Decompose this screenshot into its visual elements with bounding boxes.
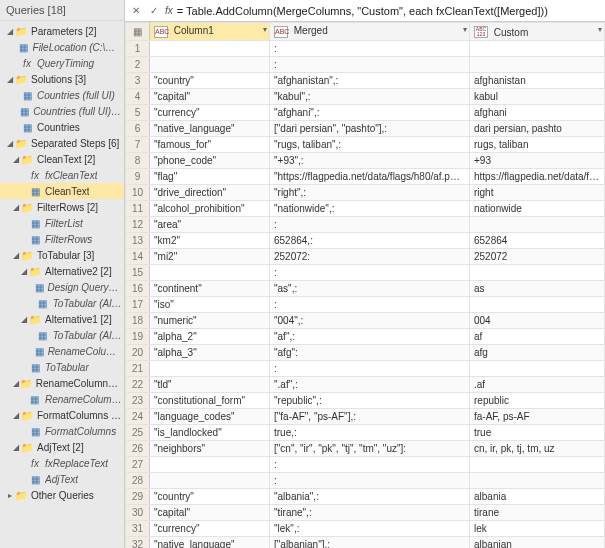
cell[interactable] [470,297,605,313]
table-row[interactable]: 12"area": [126,217,605,233]
cell[interactable]: ["cn", "ir", "pk", "tj", "tm", "uz"]: [270,441,470,457]
cell[interactable]: "currency" [150,521,270,537]
cell[interactable]: "area" [150,217,270,233]
cell[interactable]: 652864 [470,233,605,249]
cell[interactable]: "tirane",: [270,505,470,521]
cell[interactable]: "right",: [270,185,470,201]
row-number[interactable]: 22 [126,377,150,393]
table-row[interactable]: 21: [126,361,605,377]
expand-icon[interactable]: ◢ [20,315,28,324]
row-number[interactable]: 5 [126,105,150,121]
row-number[interactable]: 7 [126,137,150,153]
cell[interactable]: ["albanian"],: [270,537,470,549]
dropdown-icon[interactable]: ▾ [263,25,267,34]
cancel-icon[interactable]: ✕ [129,4,143,18]
cell[interactable]: "afghanistan",: [270,73,470,89]
cell[interactable]: afg [470,345,605,361]
expand-icon[interactable]: ▸ [6,491,14,500]
expand-icon[interactable]: ◢ [6,139,14,148]
expand-icon[interactable]: ◢ [12,251,20,260]
cell[interactable]: "af",: [270,329,470,345]
table-row[interactable]: 19"alpha_2""af",:af [126,329,605,345]
query-node[interactable]: ▦Countries (full UI) with... [0,103,124,119]
cell[interactable]: ["dari persian", "pashto"],: [270,121,470,137]
row-number[interactable]: 32 [126,537,150,549]
row-number[interactable]: 2 [126,57,150,73]
cell[interactable]: "lek",: [270,521,470,537]
cell[interactable] [150,473,270,489]
table-row[interactable]: 15: [126,265,605,281]
expand-icon[interactable]: ◢ [12,443,20,452]
table-row[interactable]: 7"famous_for""rugs, taliban",:rugs, tali… [126,137,605,153]
row-number[interactable]: 20 [126,345,150,361]
dropdown-icon[interactable]: ▾ [598,25,602,34]
row-number[interactable]: 19 [126,329,150,345]
cell[interactable]: nationwide [470,201,605,217]
row-number[interactable]: 16 [126,281,150,297]
cell[interactable]: "republic",: [270,393,470,409]
fx-node[interactable]: fxQueryTiming [0,55,124,71]
table-row[interactable]: 10"drive_direction""right",:right [126,185,605,201]
cell[interactable]: "albania",: [270,489,470,505]
cell[interactable]: "nationwide",: [270,201,470,217]
cell[interactable]: albanian [470,537,605,549]
fx-node[interactable]: fxfxCleanText [0,167,124,183]
table-row[interactable]: 17"iso": [126,297,605,313]
cell[interactable]: dari persian, pashto [470,121,605,137]
cell[interactable]: "kabul",: [270,89,470,105]
row-number[interactable]: 18 [126,313,150,329]
cell[interactable]: https://flagpedia.net/data/flags/h80/af.… [470,169,605,185]
cell[interactable]: "as",: [270,281,470,297]
cell[interactable]: : [270,57,470,73]
query-node[interactable]: ▦ToTabular (Alt2) [0,295,124,311]
table-row[interactable]: 30"capital""tirane",:tirane [126,505,605,521]
cell[interactable]: tirane [470,505,605,521]
folder-node[interactable]: ◢📁Parameters [2] [0,23,124,39]
table-row[interactable]: 14"mi2"252072:252072 [126,249,605,265]
query-node[interactable]: ▦FilterRows [0,231,124,247]
query-node[interactable]: ▦ToTabular [0,359,124,375]
cell[interactable]: 004 [470,313,605,329]
cell[interactable]: "km2" [150,233,270,249]
fx-node[interactable]: fxfxReplaceText [0,455,124,471]
cell[interactable] [150,457,270,473]
cell[interactable] [470,265,605,281]
cell[interactable]: 652864,: [270,233,470,249]
query-node[interactable]: ▦FilterList [0,215,124,231]
table-row[interactable]: 22"tld"".af",:.af [126,377,605,393]
cell[interactable]: "afghani",: [270,105,470,121]
cell[interactable]: 252072 [470,249,605,265]
queries-tree[interactable]: ◢📁Parameters [2]▦FileLocation (C:\Users\… [0,21,124,548]
row-number[interactable]: 25 [126,425,150,441]
type-icon[interactable]: ABC123 [474,26,488,38]
cell[interactable]: "https://flagpedia.net/data/flags/h80/af… [270,169,470,185]
table-row[interactable]: 6"native_language"["dari persian", "pash… [126,121,605,137]
table-row[interactable]: 16"continent""as",:as [126,281,605,297]
table-row[interactable]: 25"is_landlocked"true,:true [126,425,605,441]
row-number[interactable]: 17 [126,297,150,313]
cell[interactable]: "language_codes" [150,409,270,425]
cell[interactable]: "+93",: [270,153,470,169]
cell[interactable]: "capital" [150,89,270,105]
cell[interactable]: "004",: [270,313,470,329]
cell[interactable] [470,57,605,73]
row-number[interactable]: 21 [126,361,150,377]
row-number[interactable]: 6 [126,121,150,137]
cell[interactable]: "neighbors" [150,441,270,457]
cell[interactable]: as [470,281,605,297]
table-row[interactable]: 32"native_language"["albanian"],:albania… [126,537,605,549]
table-row[interactable]: 2: [126,57,605,73]
formula-input[interactable] [177,5,601,17]
folder-node[interactable]: ◢📁CleanText [2] [0,151,124,167]
row-number[interactable]: 30 [126,505,150,521]
expand-icon[interactable]: ◢ [12,203,20,212]
table-row[interactable]: 1: [126,41,605,57]
table-row[interactable]: 24"language_codes"["fa-AF", "ps-AF"],:fa… [126,409,605,425]
table-row[interactable]: 13"km2"652864,:652864 [126,233,605,249]
cell[interactable] [470,217,605,233]
row-number[interactable]: 14 [126,249,150,265]
cell[interactable]: "alpha_3" [150,345,270,361]
cell[interactable]: : [270,265,470,281]
cell[interactable]: afghani [470,105,605,121]
type-icon[interactable]: ABC [154,26,168,38]
